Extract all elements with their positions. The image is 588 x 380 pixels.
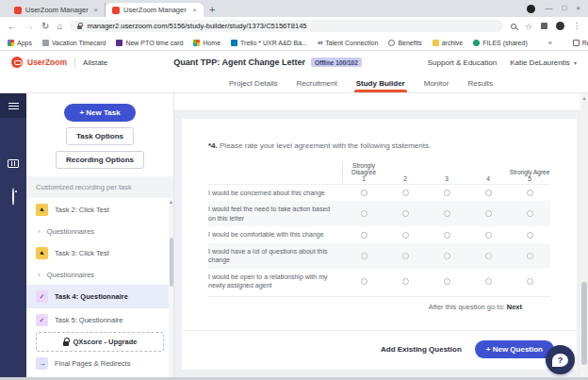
statement-label: I would be open to a relationship with m…	[208, 269, 343, 294]
cards-tool-button[interactable]	[8, 159, 19, 168]
bookmarks-overflow-icon[interactable]: »	[548, 40, 552, 46]
home-icon[interactable]: ⌂	[57, 21, 62, 31]
bookmark-item[interactable]: Vacation Timecard	[42, 40, 106, 46]
matrix-column-header: Strongly Disagree 1	[343, 162, 384, 184]
radio-option[interactable]	[426, 278, 467, 285]
userzoom-logo-icon[interactable]	[11, 57, 23, 68]
qxscore-upgrade-button[interactable]: QXscore - Upgrade	[36, 332, 164, 352]
radio-option[interactable]	[343, 232, 384, 239]
extensions-icon[interactable]	[541, 23, 547, 29]
recording-section-label: Customized recording per task	[26, 176, 173, 198]
task-list-item[interactable]: ✓ Task 5: Questionnaire	[26, 308, 173, 332]
radio-option[interactable]	[384, 278, 426, 285]
account-name[interactable]: Allstate	[83, 58, 107, 67]
nav-tab[interactable]: Recruitment	[297, 74, 337, 92]
task-list-item[interactable]: › Questionnaires	[26, 265, 173, 285]
radio-option[interactable]	[343, 210, 384, 217]
url-input[interactable]: manager2.userzoom.com/5156/study-builder…	[70, 20, 502, 32]
skip-logic-row[interactable]: After this question go to: Next	[208, 296, 550, 317]
nav-tab[interactable]: Project Details	[229, 74, 278, 92]
menu-toggle[interactable]	[0, 93, 26, 118]
bookmark-item[interactable]: archive	[433, 40, 464, 46]
bookmark-star-icon[interactable]: ☆	[525, 22, 532, 31]
reload-icon[interactable]: ↻	[41, 21, 49, 31]
main-scrollbar[interactable]: ▲	[580, 93, 588, 380]
nav-tab[interactable]: Results	[467, 74, 493, 92]
goto-value: Next	[507, 303, 522, 311]
minimize-button[interactable]: —	[545, 4, 552, 13]
radio-option[interactable]	[509, 210, 550, 217]
radio-option[interactable]	[467, 210, 509, 217]
radio-option[interactable]	[467, 190, 509, 196]
task-list-item[interactable]: Task 2: Click Test	[26, 198, 173, 222]
browser-menu-icon[interactable]: ⋮	[573, 22, 580, 30]
browser-tab[interactable]: UserZoom Manager ×	[8, 3, 106, 17]
task-list-item[interactable]: ✓ Task 4: Questionnaire	[26, 285, 173, 308]
scrollbar-thumb[interactable]	[170, 238, 173, 287]
radio-option[interactable]	[509, 278, 550, 285]
radio-option[interactable]	[426, 232, 467, 239]
bookmark-icon: st	[318, 40, 322, 46]
profile-avatar-icon[interactable]	[556, 22, 564, 30]
task-list-item[interactable]: Task 3: Click Test	[26, 241, 173, 265]
scroll-up-icon[interactable]: ▲	[169, 199, 173, 205]
radio-option[interactable]	[343, 253, 384, 259]
radio-option[interactable]	[509, 253, 550, 259]
bookmark-item[interactable]: New PTO time card	[116, 40, 183, 46]
browser-profile-icon[interactable]	[527, 5, 535, 13]
radio-option[interactable]	[467, 253, 509, 259]
back-icon[interactable]: ←	[8, 21, 17, 31]
task-list-item[interactable]: → Final Pages & Redirects	[26, 352, 173, 375]
bookmark-item[interactable]: Trello * UXR A&D Ba...	[231, 40, 307, 46]
close-button[interactable]: ×	[576, 4, 580, 13]
task-list-scrollbar[interactable]: ▲	[169, 198, 173, 380]
bookmark-item[interactable]: st Talent Connection	[318, 40, 378, 46]
maximize-button[interactable]: □	[562, 4, 566, 13]
userzoom-favicon	[14, 7, 22, 14]
task-list-item[interactable]: › Questionnaires	[26, 222, 173, 241]
radio-option[interactable]	[384, 253, 426, 259]
add-existing-question-button[interactable]: Add Existing Question	[381, 345, 462, 354]
brand-name[interactable]: UserZoom	[27, 58, 67, 67]
radio-option[interactable]	[426, 210, 467, 217]
new-tab-button[interactable]: +	[209, 4, 215, 15]
statement-label: I would be concerned about this change	[208, 185, 343, 201]
task-list-item[interactable]: QXscore - Upgrade	[26, 332, 173, 352]
radio-option[interactable]	[426, 253, 467, 259]
tab-close-icon[interactable]: ×	[93, 7, 98, 14]
scroll-up-icon[interactable]: ▲	[580, 95, 588, 101]
browser-tab-active[interactable]: UserZoom Manager ×	[106, 3, 204, 17]
radio-option[interactable]	[384, 190, 426, 196]
question-number: *4.	[208, 141, 218, 150]
radio-option[interactable]	[426, 190, 467, 196]
radio-option[interactable]	[467, 232, 509, 239]
bookmark-item[interactable]: Apps	[8, 40, 32, 46]
tab-close-icon[interactable]: ×	[192, 7, 197, 14]
help-chat-button[interactable]: ?	[546, 345, 575, 374]
radio-option[interactable]	[343, 190, 384, 196]
recording-options-button[interactable]: Recording Options	[56, 151, 144, 169]
radio-option[interactable]	[384, 210, 426, 217]
nav-tab[interactable]: Monitor	[424, 74, 449, 92]
radio-option[interactable]	[509, 190, 550, 196]
bookmark-item[interactable]: FILES (shared)	[473, 40, 527, 46]
zoom-search-icon[interactable]	[511, 24, 516, 29]
radio-option[interactable]	[509, 232, 550, 239]
new-question-button[interactable]: + New Question	[475, 340, 554, 358]
question-card-footer: Add Existing Question + New Question	[182, 330, 577, 370]
radio-option[interactable]	[467, 278, 509, 285]
user-menu[interactable]: Katie DeLaurentis ▾	[510, 58, 577, 67]
support-education-link[interactable]: Support & Education	[428, 58, 497, 67]
tab-title: UserZoom Manager	[25, 6, 90, 14]
bookmark-item[interactable]: Home	[193, 40, 220, 46]
scrollbar-thumb[interactable]	[581, 282, 587, 365]
task-options-button[interactable]: Task Options	[66, 127, 134, 145]
settings-tool-button[interactable]	[12, 189, 14, 206]
nav-tab[interactable]: Study Builder	[356, 74, 405, 92]
reading-list-button[interactable]: Reading list	[573, 40, 588, 46]
radio-option[interactable]	[384, 232, 426, 239]
new-task-button[interactable]: + New Task	[64, 104, 135, 122]
bookmark-item[interactable]: Benefits	[388, 40, 421, 46]
radio-option[interactable]	[343, 278, 384, 285]
forward-icon[interactable]: →	[24, 21, 34, 31]
